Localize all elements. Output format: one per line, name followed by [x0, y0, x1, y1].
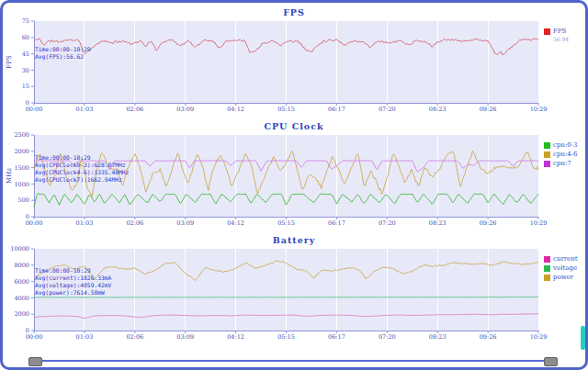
chart-cpu-clock: CPU Clock0500100015002000250000:0001:030… — [3, 120, 585, 233]
legend-entry-cpu:7[interactable]: cpu:7 — [544, 159, 585, 168]
legend-swatch-icon — [544, 265, 550, 272]
legend-label: cpu:7 — [553, 160, 571, 167]
x-tick-label: 09:26 — [480, 219, 497, 227]
x-tick-label: 01:03 — [76, 219, 94, 227]
legend-entry-power[interactable]: power — [544, 273, 585, 282]
legend-swatch-icon — [544, 142, 550, 149]
legend-cpu-clock: cpu:0-3cpu:4-6cpu:7 — [544, 140, 585, 168]
x-tick-label: 04:12 — [227, 106, 244, 113]
x-tick-label: 00:00 — [26, 333, 43, 341]
legend-label: voltage — [553, 264, 577, 272]
legend-swatch-icon — [544, 28, 550, 35]
legend-entry-FPS[interactable]: FPS — [544, 27, 585, 36]
x-tick-label: 09:26 — [480, 333, 497, 341]
legend-entry-current[interactable]: current — [544, 254, 585, 263]
x-tick-label: 10:29 — [530, 106, 548, 113]
x-tick-label: 04:12 — [227, 219, 244, 227]
legend-swatch-icon — [544, 256, 550, 263]
x-tick-label: 08:23 — [429, 219, 447, 227]
x-tick-label: 06:17 — [328, 219, 345, 227]
chart-battery: Battery020004000600080001000000:0001:030… — [3, 234, 585, 347]
x-tick-label: 10:29 — [530, 333, 548, 341]
y-axis-unit-label: MHz — [6, 168, 13, 184]
time-range-slider[interactable] — [3, 353, 585, 368]
x-tick-label: 03:09 — [176, 219, 194, 227]
annotation-line: Avg(voltage):4059.42mV — [35, 282, 112, 289]
legend-current-value: 56.94 — [544, 36, 585, 43]
annotation-line: Avg(power):7614.50mW — [35, 289, 105, 297]
chart-title-battery: Battery — [3, 234, 585, 246]
legend-entry-cpu:0-3[interactable]: cpu:0-3 — [544, 140, 585, 150]
legend-swatch-icon — [544, 161, 550, 167]
slider-handle-right[interactable] — [544, 357, 558, 366]
x-tick-label: 03:09 — [176, 106, 194, 113]
plot-svg-fps: 0153045607500:0001:0302:0603:0904:1205:1… — [3, 18, 585, 116]
x-tick-label: 10:29 — [530, 219, 548, 227]
slider-track[interactable] — [34, 360, 550, 362]
annotation-line: Time:00:00-10:29 — [35, 267, 91, 274]
plot-svg-battery: 020004000600080001000000:0001:0302:0603:… — [3, 246, 585, 343]
y-tick-label: 2000 — [14, 148, 29, 155]
y-tick-label: 2000 — [14, 310, 29, 318]
x-tick-label: 05:15 — [277, 333, 295, 341]
y-tick-label: 8000 — [14, 262, 29, 269]
x-tick-label: 02:06 — [126, 333, 143, 341]
annotation-line: Avg(current):1826.33mA — [35, 275, 112, 282]
scrollbar-thumb[interactable] — [581, 326, 585, 350]
y-tick-label: 4000 — [14, 295, 29, 302]
y-tick-label: 10000 — [10, 246, 29, 252]
performance-dashboard: FPS0153045607500:0001:0302:0603:0904:120… — [0, 0, 588, 370]
annotation-line: Avg(CPUClock7):1662.94MHz — [35, 176, 122, 184]
legend-label: power — [553, 274, 573, 281]
x-tick-label: 05:15 — [277, 219, 295, 227]
y-tick-label: 45 — [22, 50, 29, 58]
y-tick-label: 30 — [22, 67, 29, 74]
x-tick-label: 08:23 — [429, 333, 447, 341]
x-tick-label: 01:03 — [76, 333, 94, 341]
y-tick-label: 6000 — [14, 278, 29, 286]
annotation-line: Time:00:00-10:29 — [35, 154, 91, 161]
annotation-line: Avg(CPUClock4-6):1335.40MHz — [35, 169, 130, 176]
annotation-line: Avg(FPS):56.62 — [35, 53, 84, 61]
y-tick-label: 75 — [22, 18, 29, 25]
y-tick-label: 1000 — [14, 181, 29, 188]
x-tick-label: 09:26 — [480, 106, 497, 113]
chart-fps: FPS0153045607500:0001:0302:0603:0904:120… — [3, 6, 585, 119]
legend-entry-cpu:4-6[interactable]: cpu:4-6 — [544, 150, 585, 159]
x-tick-label: 03:09 — [176, 333, 194, 341]
x-tick-label: 07:20 — [379, 219, 396, 227]
y-tick-label: 1500 — [14, 164, 29, 172]
x-tick-label: 02:06 — [126, 219, 143, 227]
legend-entry-voltage[interactable]: voltage — [544, 263, 585, 273]
x-tick-label: 07:20 — [379, 333, 396, 341]
annotation-line: Avg(CPUClock0-3):628.07MHz — [35, 162, 126, 169]
slider-handle-left[interactable] — [28, 357, 42, 366]
vertical-scrollbar[interactable] — [581, 3, 585, 367]
x-tick-label: 02:06 — [126, 106, 143, 113]
y-axis-unit-label: FPS — [6, 55, 13, 69]
x-tick-label: 04:12 — [227, 333, 244, 341]
legend-battery: currentvoltagepower — [544, 254, 585, 282]
y-tick-label: 60 — [22, 34, 29, 41]
y-tick-label: 15 — [22, 83, 29, 90]
legend-swatch-icon — [544, 275, 550, 281]
y-tick-label: 2500 — [14, 132, 29, 139]
legend-label: current — [553, 255, 578, 263]
annotation-line: Time:00:00-10:29 — [35, 46, 91, 52]
x-tick-label: 06:17 — [328, 106, 345, 113]
x-tick-label: 08:23 — [429, 106, 447, 113]
y-tick-label: 500 — [18, 196, 29, 204]
x-tick-label: 05:15 — [277, 106, 295, 113]
x-tick-label: 01:03 — [76, 106, 94, 113]
legend-label: cpu:0-3 — [553, 141, 578, 149]
x-tick-label: 06:17 — [328, 333, 345, 341]
x-tick-label: 00:00 — [26, 106, 43, 113]
x-tick-label: 00:00 — [26, 219, 43, 227]
chart-title-fps: FPS — [3, 6, 585, 18]
legend-label: FPS — [553, 28, 566, 35]
plot-svg-cpu-clock: 0500100015002000250000:0001:0302:0603:09… — [3, 132, 585, 230]
legend-swatch-icon — [544, 151, 550, 158]
chart-title-cpu-clock: CPU Clock — [3, 120, 585, 132]
x-tick-label: 07:20 — [379, 106, 396, 113]
legend-label: cpu:4-6 — [553, 151, 578, 158]
